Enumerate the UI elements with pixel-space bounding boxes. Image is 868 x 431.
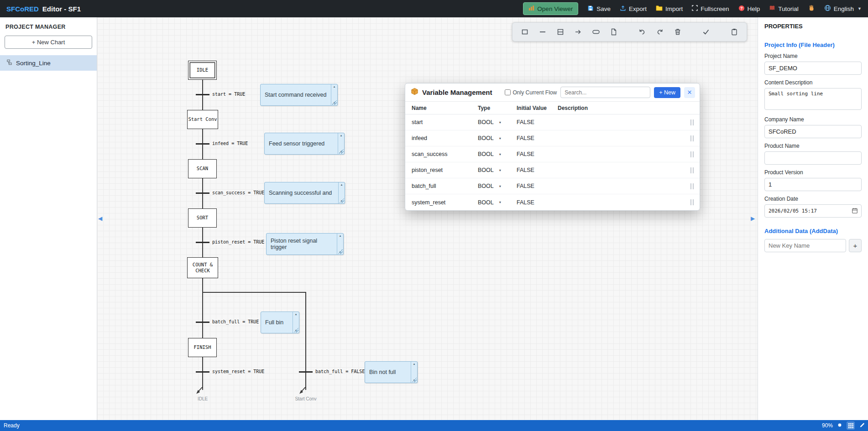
variable-initial-value[interactable]: FALSE [517,119,558,125]
add-transition-icon[interactable] [538,27,548,37]
variable-type-select[interactable]: BOOL▾ [478,119,517,125]
add-divergence-icon[interactable] [555,27,565,37]
variable-row[interactable]: start BOOL▾ FALSE [405,114,700,130]
product-version-input[interactable] [764,178,862,191]
variable-initial-value[interactable]: FALSE [517,151,558,157]
creation-date-input[interactable] [764,204,862,218]
export-button[interactable]: Export [620,5,647,13]
undo-icon[interactable] [637,27,647,37]
variable-name[interactable]: scan_success [412,151,478,157]
add-key-button[interactable]: + [849,239,862,252]
step-label: Start Conv [188,116,217,122]
collapse-left-panel-toggle[interactable]: ◀ [98,215,102,222]
comment-box[interactable]: Start command received ▴▾ [260,84,338,106]
copy-clipboard-icon[interactable] [729,27,739,37]
sfc-transition[interactable] [196,371,209,373]
comment-box[interactable]: Full bin ▴▾ [261,312,299,333]
company-name-input[interactable] [764,125,862,138]
sfc-transition[interactable] [196,143,209,145]
help-button[interactable]: ? Help [738,5,760,13]
comment-box[interactable]: Scanning successful and ▴▾ [264,182,345,204]
comment-resize-handle[interactable] [412,378,417,382]
comment-box[interactable]: Piston reset signal trigger ▴▾ [266,233,344,255]
drag-handle-icon[interactable] [690,167,694,173]
add-arrow-icon[interactable] [573,27,583,37]
variable-name[interactable]: piston_reset [412,167,478,173]
new-chart-button[interactable]: + New Chart [5,36,92,49]
sfc-transition[interactable] [196,242,209,243]
project-name-input[interactable] [764,62,862,75]
sfc-transition[interactable] [196,322,209,323]
comment-resize-handle[interactable] [339,149,344,154]
additional-data-heading[interactable]: Additional Data (AddData) [764,228,862,234]
variable-type-select[interactable]: BOOL▾ [478,199,517,206]
drag-handle-icon[interactable] [690,183,694,189]
grid-toggle-icon[interactable] [847,421,855,430]
variable-initial-value[interactable]: FALSE [517,167,558,173]
sfc-step-sort[interactable]: SORT [188,208,217,228]
sfc-canvas[interactable]: IDLE Start Conv SCAN SORT COUNT & CHECK … [97,17,758,420]
variable-type-select[interactable]: BOOL▾ [478,183,517,189]
hand-gesture-button[interactable] [808,5,815,13]
content-description-input[interactable]: Small sorting line [764,88,862,110]
product-name-input[interactable] [764,151,862,165]
only-current-flow-toggle[interactable]: Only Current Flow [505,89,557,96]
new-key-name-input[interactable] [764,239,846,252]
sfc-transition[interactable] [196,192,209,194]
variable-row[interactable]: batch_full BOOL▾ FALSE [405,178,700,194]
import-button[interactable]: Import [656,5,683,12]
delete-icon[interactable] [673,27,683,37]
sfc-step-scan[interactable]: SCAN [188,159,217,178]
save-button[interactable]: Save [587,5,611,13]
variable-row[interactable]: piston_reset BOOL▾ FALSE [405,162,700,178]
new-variable-button[interactable]: + New [654,87,680,98]
drag-handle-icon[interactable] [690,199,694,205]
comment-box[interactable]: Bin not full ▴▾ [365,361,418,383]
close-icon[interactable]: ✕ [684,87,695,98]
project-info-heading[interactable]: Project Info (File Header) [764,42,862,48]
sfc-transition[interactable] [196,94,209,95]
open-viewer-button[interactable]: Open Viewer [523,2,578,15]
variable-search-input[interactable] [560,87,650,98]
add-action-icon[interactable] [591,27,601,37]
pencil-icon[interactable] [859,422,865,429]
drag-handle-icon[interactable] [690,135,694,141]
sfc-transition[interactable] [299,371,313,373]
variable-type-select[interactable]: BOOL▾ [478,135,517,141]
comment-resize-handle[interactable] [332,100,337,105]
variable-row[interactable]: system_reset BOOL▾ FALSE [405,194,700,210]
variable-row[interactable]: scan_success BOOL▾ FALSE [405,146,700,162]
sfc-step-idle[interactable]: IDLE [188,61,217,80]
collapse-right-panel-toggle[interactable]: ▶ [751,215,755,222]
sfc-step-start-conv[interactable]: Start Conv [187,110,218,129]
drag-handle-icon[interactable] [690,151,694,157]
add-step-icon[interactable] [520,27,530,37]
comment-resize-handle[interactable] [340,198,344,203]
comment-box[interactable]: Feed sensor triggered ▴▾ [264,133,345,155]
comment-resize-handle[interactable] [338,249,343,254]
variable-name[interactable]: batch_full [412,183,478,189]
sidebar-item-chart[interactable]: Sorting_Line [0,55,97,71]
calendar-icon[interactable] [852,208,858,216]
add-note-icon[interactable] [609,27,619,37]
variable-name[interactable]: start [412,119,478,125]
variable-initial-value[interactable]: FALSE [517,199,558,206]
validate-check-icon[interactable] [701,27,711,37]
language-selector[interactable]: English ▼ [824,5,862,13]
variable-initial-value[interactable]: FALSE [517,183,558,189]
variable-row[interactable]: infeed BOOL▾ FALSE [405,130,700,146]
variable-name[interactable]: system_reset [412,199,478,206]
sfc-step-finish[interactable]: FINISH [188,338,217,357]
only-current-flow-checkbox[interactable] [505,89,511,95]
redo-icon[interactable] [655,27,665,37]
variable-type-select[interactable]: BOOL▾ [478,151,517,157]
variable-type-select[interactable]: BOOL▾ [478,167,517,173]
sfc-step-count-check[interactable]: COUNT & CHECK [187,257,218,278]
drag-handle-icon[interactable] [690,119,694,125]
dot-icon[interactable] [837,422,842,429]
comment-resize-handle[interactable] [294,328,298,332]
variable-name[interactable]: infeed [412,135,478,141]
variable-initial-value[interactable]: FALSE [517,135,558,141]
fullscreen-button[interactable]: Fullscreen [692,5,729,12]
tutorial-button[interactable]: Tutorial [769,5,799,12]
